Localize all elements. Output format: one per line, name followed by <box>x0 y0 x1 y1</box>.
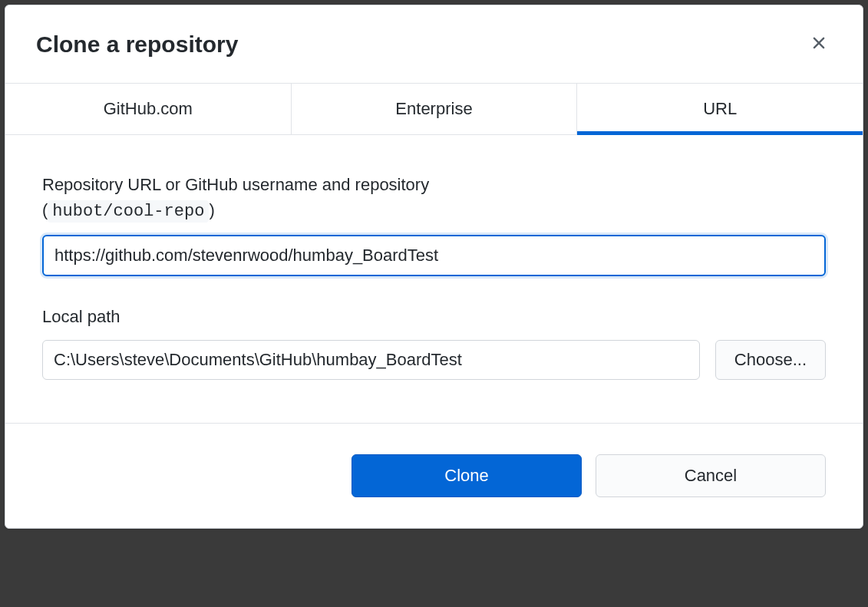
repo-url-example: (hubot/cool-repo) <box>42 200 215 219</box>
repo-url-label: Repository URL or GitHub username and re… <box>42 172 826 224</box>
repo-url-label-main: Repository URL or GitHub username and re… <box>42 175 429 194</box>
choose-button[interactable]: Choose... <box>715 340 826 380</box>
repo-url-input[interactable] <box>42 235 826 276</box>
local-path-field-group: Local path Choose... <box>42 304 826 380</box>
clone-button[interactable]: Clone <box>351 454 582 497</box>
tab-bar: GitHub.com Enterprise URL <box>5 84 863 135</box>
local-path-input[interactable] <box>42 340 700 380</box>
repo-url-field-group: Repository URL or GitHub username and re… <box>42 172 826 276</box>
dialog-footer: Clone Cancel <box>5 423 863 528</box>
dialog-body: Repository URL or GitHub username and re… <box>5 135 863 423</box>
clone-repository-dialog: Clone a repository GitHub.com Enterprise… <box>5 5 863 529</box>
close-icon <box>809 33 829 55</box>
local-path-label: Local path <box>42 304 826 329</box>
cancel-button[interactable]: Cancel <box>596 454 826 497</box>
tab-url[interactable]: URL <box>577 84 863 134</box>
tab-enterprise[interactable]: Enterprise <box>292 84 578 134</box>
close-button[interactable] <box>806 30 832 58</box>
dialog-header: Clone a repository <box>5 5 863 84</box>
tab-github[interactable]: GitHub.com <box>5 84 292 134</box>
local-path-row: Choose... <box>42 340 826 380</box>
repo-url-example-code: hubot/cool-repo <box>48 200 209 223</box>
dialog-title: Clone a repository <box>36 31 238 58</box>
